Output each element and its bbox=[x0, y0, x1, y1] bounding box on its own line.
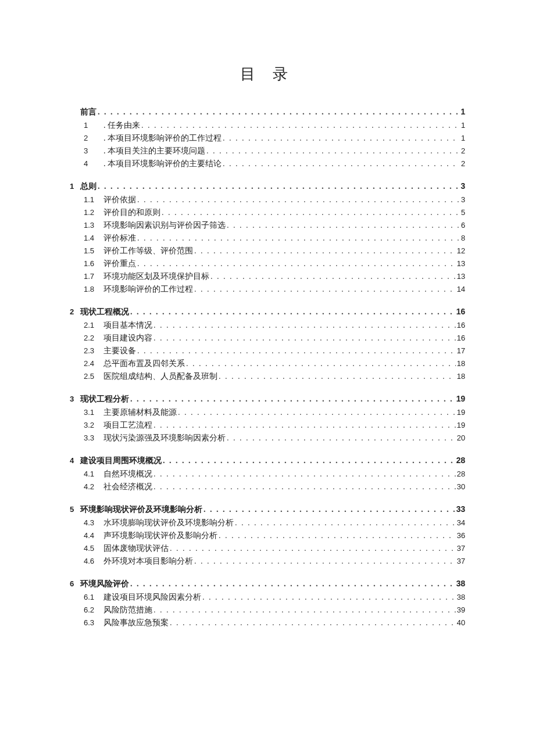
toc-item-number: 1 bbox=[84, 121, 104, 129]
toc-heading-page: 38 bbox=[456, 579, 465, 587]
toc-item-number: 4 bbox=[84, 160, 104, 167]
toc-heading-row: 6 环境风险评价38 bbox=[70, 579, 465, 588]
toc-item-row: 1.5评价工作等级、评价范围12 bbox=[84, 245, 465, 257]
toc-heading-number: 3 bbox=[70, 395, 80, 403]
toc-dots bbox=[137, 260, 456, 268]
toc-item-row: 1.8环境影响评价的工作过程14 bbox=[84, 283, 465, 296]
toc-item-label: 评价依据 bbox=[104, 196, 136, 204]
toc-item-page: 30 bbox=[457, 483, 465, 490]
toc-item-label: 项目建设内容 bbox=[104, 334, 152, 342]
toc-dots bbox=[98, 108, 459, 116]
toc-item-number: 2.4 bbox=[84, 360, 104, 367]
toc-item-number: 1.7 bbox=[84, 273, 104, 280]
toc-dots bbox=[154, 606, 456, 614]
toc-heading-label: 现状工程概况 bbox=[80, 308, 129, 316]
toc-heading-row: 前言1 bbox=[70, 108, 465, 116]
toc-item-page: 3 bbox=[461, 196, 465, 203]
toc-item-label: 评价目的和原则 bbox=[104, 209, 160, 217]
toc-item-number: 1.1 bbox=[84, 196, 104, 203]
toc-item-number: 2.5 bbox=[84, 372, 104, 380]
toc-item-row: 2.1项目基本情况16 bbox=[84, 319, 465, 332]
toc-item-label: 项目工艺流程 bbox=[104, 421, 152, 429]
toc-dots bbox=[202, 593, 456, 601]
toc-dots bbox=[170, 619, 456, 627]
toc-dots bbox=[219, 372, 456, 381]
toc-dots bbox=[227, 221, 460, 230]
toc-item-number: 6.1 bbox=[84, 593, 104, 601]
toc-dots bbox=[98, 182, 459, 191]
toc-item-row: 4.4声环境影响现状评价及影响分析36 bbox=[84, 529, 465, 542]
toc-item-row: 1.1评价依据3 bbox=[84, 194, 465, 206]
toc-dots bbox=[194, 247, 456, 255]
toc-dots bbox=[137, 196, 460, 204]
toc-item-number: 4.1 bbox=[84, 470, 104, 478]
toc-item-number: 3.3 bbox=[84, 434, 104, 442]
toc-item-number: 2.1 bbox=[84, 321, 104, 329]
toc-item-page: 13 bbox=[457, 260, 465, 267]
toc-item-page: 2 bbox=[461, 147, 465, 155]
toc-item-number: 1.4 bbox=[84, 234, 104, 242]
toc-heading-row: 4 建设项目周围环境概况28 bbox=[70, 456, 465, 465]
toc-dots bbox=[204, 506, 455, 514]
toc-heading-page: 3 bbox=[461, 182, 465, 190]
toc-item-number: 4.4 bbox=[84, 532, 104, 539]
toc-item-label: 评价工作等级、评价范围 bbox=[104, 247, 193, 255]
toc-dots bbox=[178, 409, 456, 417]
toc-heading-row: 1 总则3 bbox=[70, 182, 465, 191]
toc-item-label: 评价重点 bbox=[104, 260, 136, 268]
toc-heading-label: 环境风险评价 bbox=[80, 580, 129, 588]
toc-item-number: 6.2 bbox=[84, 606, 104, 614]
toc-item-number: 1.5 bbox=[84, 247, 104, 255]
toc-item-row: 4.5固体废物现状评估37 bbox=[84, 542, 465, 555]
toc-item-page: 1 bbox=[461, 121, 465, 129]
toc-dots bbox=[130, 580, 455, 588]
toc-section: 6 环境风险评价386.1建设项目环境风险因素分析386.2风险防范措施396.… bbox=[70, 579, 465, 629]
toc-item-row: 1.3环境影响因素识别与评价因子筛选6 bbox=[84, 219, 465, 232]
toc-dots bbox=[154, 483, 456, 491]
toc-item-label: 评价标准 bbox=[104, 234, 136, 242]
document-page: { "title": "目 录", "sections": [ { "headi… bbox=[0, 0, 535, 756]
toc-item-label: 建设项目环境风险因素分析 bbox=[104, 593, 201, 601]
toc-heading-number: 2 bbox=[70, 308, 80, 316]
toc-item-page: 36 bbox=[457, 532, 465, 539]
toc-heading-label: 建设项目周围环境概况 bbox=[80, 457, 162, 465]
toc-item-page: 37 bbox=[457, 557, 465, 565]
toc-section: 4 建设项目周围环境概况284.1自然环境概况284.2社会经济概况30 bbox=[70, 456, 465, 493]
toc-item-page: 18 bbox=[457, 360, 465, 367]
toc-item-row: 3.3现状污染源强及环境影响因素分析20 bbox=[84, 432, 465, 445]
toc-item-page: 34 bbox=[457, 519, 465, 526]
toc-section: 前言11任务由来12本项目环境影响评价的工作过程13本项目关注的主要环境问题24… bbox=[70, 108, 465, 170]
toc-item-page: 8 bbox=[461, 234, 465, 242]
toc-heading-page: 33 bbox=[456, 505, 465, 513]
toc-item-row: 2本项目环境影响评价的工作过程1 bbox=[84, 132, 465, 145]
toc-item-row: 2.5医院组成结构、人员配备及班制18 bbox=[84, 370, 465, 383]
toc-heading-number: 6 bbox=[70, 580, 80, 587]
toc-dots bbox=[211, 273, 456, 281]
toc-dots bbox=[223, 134, 460, 142]
toc-heading-label: 现状工程分析 bbox=[80, 395, 129, 403]
toc-item-label: 固体废物现状评估 bbox=[104, 544, 169, 553]
toc-item-number: 1.8 bbox=[84, 285, 104, 293]
toc-item-page: 28 bbox=[457, 470, 465, 478]
toc-item-label: 任务由来 bbox=[104, 121, 140, 130]
toc-dots bbox=[186, 360, 456, 368]
toc-item-row: 1.4评价标准8 bbox=[84, 232, 465, 245]
toc-item-row: 2.2项目建设内容16 bbox=[84, 332, 465, 345]
toc-item-page: 20 bbox=[457, 434, 465, 442]
toc-item-page: 19 bbox=[457, 409, 465, 416]
toc-dots bbox=[194, 557, 456, 565]
toc-dots bbox=[141, 121, 460, 130]
toc-item-row: 6.3风险事故应急预案40 bbox=[84, 617, 465, 629]
toc-item-row: 1任务由来1 bbox=[84, 119, 465, 132]
toc-item-label: 医院组成结构、人员配备及班制 bbox=[104, 372, 217, 381]
toc-heading-number: 4 bbox=[70, 457, 80, 464]
toc-item-page: 38 bbox=[457, 593, 465, 601]
toc-item-label: 环境影响评价的工作过程 bbox=[104, 285, 193, 293]
toc-dots bbox=[162, 209, 460, 217]
toc-item-row: 6.2风险防范措施39 bbox=[84, 604, 465, 617]
toc-dots bbox=[194, 285, 456, 293]
toc-dots bbox=[130, 308, 455, 316]
toc-item-page: 12 bbox=[457, 247, 465, 255]
toc-heading-label: 总则 bbox=[80, 182, 97, 191]
toc-item-label: 声环境影响现状评价及影响分析 bbox=[104, 532, 217, 540]
